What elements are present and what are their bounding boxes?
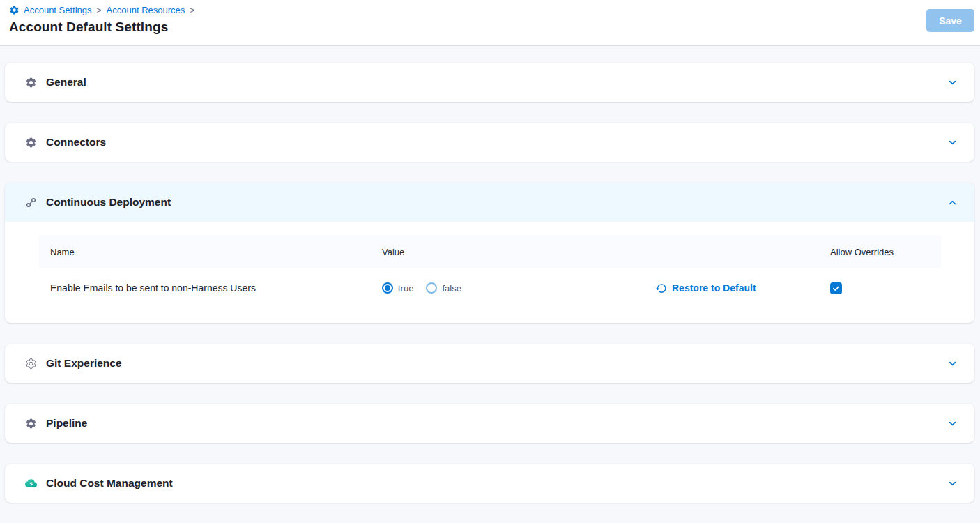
settings-accordion: General Connectors Continuous Deployment xyxy=(0,46,980,503)
radio-true-label: true xyxy=(398,283,413,294)
radio-false-label: false xyxy=(442,283,461,294)
page-title: Account Default Settings xyxy=(9,20,963,35)
section-continuous-deployment: Continuous Deployment Name Value Allow O… xyxy=(5,183,974,323)
breadcrumb-separator: > xyxy=(189,6,195,15)
allow-overrides-cell xyxy=(830,282,941,294)
restore-icon xyxy=(655,282,667,294)
section-label: Continuous Deployment xyxy=(46,196,171,209)
section-label: General xyxy=(46,76,86,89)
chevron-down-icon xyxy=(947,478,958,489)
chevron-down-icon xyxy=(947,137,958,148)
section-header-general[interactable]: General xyxy=(5,63,974,102)
section-header-pipeline[interactable]: Pipeline xyxy=(5,404,974,443)
section-header-git-experience[interactable]: Git Experience xyxy=(5,344,974,383)
section-header-continuous-deployment[interactable]: Continuous Deployment xyxy=(5,183,974,222)
chevron-up-icon xyxy=(947,197,958,208)
chevron-down-icon xyxy=(947,418,958,429)
gear-icon xyxy=(25,137,37,149)
radio-true-icon xyxy=(382,282,393,294)
section-pipeline: Pipeline xyxy=(5,404,974,443)
column-header-name: Name xyxy=(38,247,382,257)
radio-option-false[interactable]: false xyxy=(426,282,461,294)
cloud-dollar-icon: $ xyxy=(25,478,37,490)
section-cloud-cost-management: $ Cloud Cost Management xyxy=(5,464,974,503)
continuous-deployment-panel: Name Value Allow Overrides Enable Emails… xyxy=(5,222,974,323)
settings-table: Name Value Allow Overrides Enable Emails… xyxy=(38,235,941,308)
section-header-connectors[interactable]: Connectors xyxy=(5,123,974,162)
breadcrumb-account-settings[interactable]: Account Settings xyxy=(24,5,92,15)
radio-option-true[interactable]: true xyxy=(382,282,413,294)
gear-outline-icon xyxy=(25,358,37,370)
allow-overrides-checkbox[interactable] xyxy=(830,282,842,294)
section-header-cloud-cost-management[interactable]: $ Cloud Cost Management xyxy=(5,464,974,503)
chevron-down-icon xyxy=(947,77,958,88)
settings-table-header: Name Value Allow Overrides xyxy=(38,235,941,268)
breadcrumb-account-resources[interactable]: Account Resources xyxy=(107,5,185,15)
breadcrumb: Account Settings > Account Resources > xyxy=(9,5,963,15)
radio-false-icon xyxy=(426,282,437,294)
section-label: Git Experience xyxy=(46,357,122,370)
section-git-experience: Git Experience xyxy=(5,344,974,383)
section-connectors: Connectors xyxy=(5,123,974,162)
column-header-value: Value xyxy=(382,247,655,257)
save-button[interactable]: Save xyxy=(926,9,974,32)
value-radio-group: true false xyxy=(382,282,655,294)
table-row: Enable Emails to be sent to non-Harness … xyxy=(38,268,941,308)
restore-label: Restore to Default xyxy=(672,282,756,294)
page-header: Account Settings > Account Resources > A… xyxy=(0,0,980,46)
gear-icon xyxy=(25,418,37,430)
chevron-down-icon xyxy=(947,358,958,369)
breadcrumb-separator: > xyxy=(96,6,102,15)
svg-text:$: $ xyxy=(29,481,33,487)
link-icon xyxy=(25,197,37,209)
section-general: General xyxy=(5,63,974,102)
setting-name: Enable Emails to be sent to non-Harness … xyxy=(38,282,382,294)
section-label: Connectors xyxy=(46,136,106,149)
section-label: Pipeline xyxy=(46,417,87,430)
settings-gear-icon xyxy=(9,5,20,15)
section-label: Cloud Cost Management xyxy=(46,477,173,490)
gear-icon xyxy=(25,77,37,89)
column-header-allow-overrides: Allow Overrides xyxy=(830,247,941,257)
restore-to-default-link[interactable]: Restore to Default xyxy=(655,282,830,294)
